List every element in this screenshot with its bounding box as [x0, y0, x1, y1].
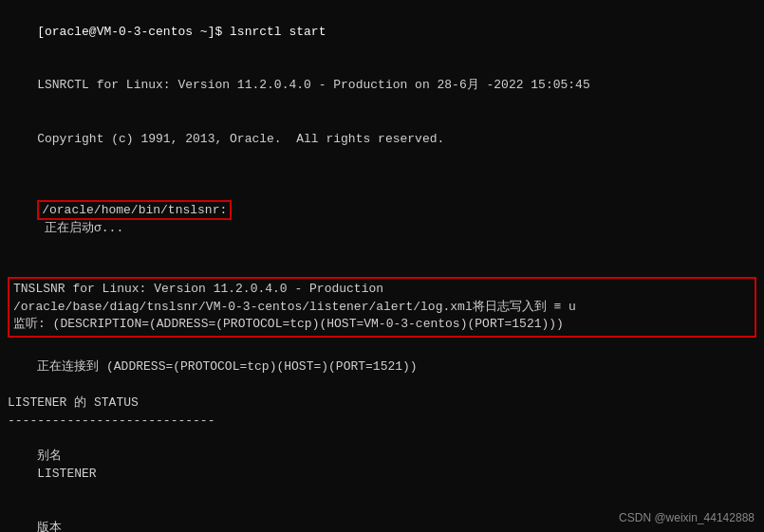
log-path-line: /oracle/base/diag/tnslsnr/VM-0-3-centos/…	[13, 299, 751, 317]
listener-status-header: LISTENER 的 STATUS	[8, 394, 756, 413]
prompt-line: [oracle@VM-0-3-centos ~]$ lsnrctl start	[8, 6, 756, 60]
tnslsnr-block: TNSLSNR for Linux: Version 11.2.0.4.0 - …	[8, 277, 756, 339]
alias-value: LISTENER	[37, 467, 96, 481]
listening-line: 监听: (DESCRIPTION=(ADDRESS=(PROTOCOL=tcp)…	[13, 316, 751, 334]
tnslsnr-path-box: /oracle/home/bin/tnslsnr:	[37, 200, 232, 220]
connecting-text: 正在连接到 (ADDRESS=(PROTOCOL=tcp)(HOST=)(POR…	[37, 359, 417, 374]
starting-line: /oracle/home/bin/tnslsnr: 正在启动σ...	[8, 184, 756, 255]
version-label: 版本	[37, 520, 255, 532]
watermark: CSDN @weixin_44142888	[619, 511, 755, 524]
alias-line: 别名 LISTENER	[8, 430, 756, 501]
tnslsnr-version-line: TNSLSNR for Linux: Version 11.2.0.4.0 - …	[13, 281, 751, 299]
copyright-text: Copyright (c) 1991, 2013, Oracle. All ri…	[37, 132, 444, 146]
blank-line-1	[8, 167, 756, 185]
lsnrctl-version-line: LSNRCTL for Linux: Version 11.2.0.4.0 - …	[8, 60, 756, 114]
blank-line-2	[8, 256, 756, 274]
separator-line: ----------------------------	[8, 413, 756, 431]
prompt-text: [oracle@VM-0-3-centos ~]$ lsnrctl start	[37, 25, 326, 39]
alias-label: 别名	[37, 448, 255, 466]
lsnrctl-version-text: LSNRCTL for Linux: Version 11.2.0.4.0 - …	[37, 78, 590, 92]
connecting-line: 正在连接到 (ADDRESS=(PROTOCOL=tcp)(HOST=)(POR…	[8, 340, 756, 394]
starting-text: 正在启动σ...	[37, 221, 123, 235]
terminal-window: [oracle@VM-0-3-centos ~]$ lsnrctl start …	[0, 0, 764, 532]
copyright-line: Copyright (c) 1991, 2013, Oracle. All ri…	[8, 113, 756, 167]
